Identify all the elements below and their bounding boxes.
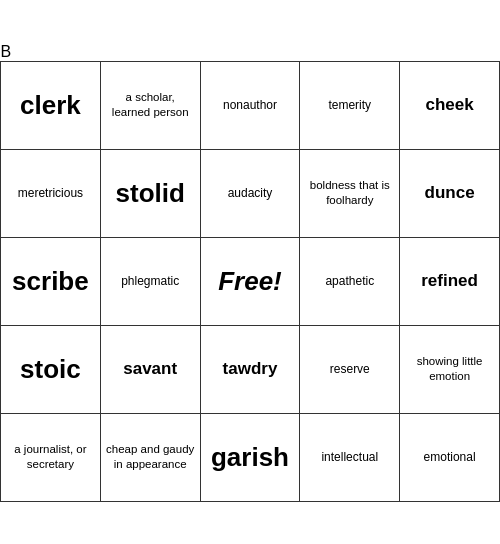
cell-r2-c0: scribe	[1, 237, 101, 325]
cell-r3-c2: tawdry	[200, 325, 300, 413]
cell-r2-c3: apathetic	[300, 237, 400, 325]
cell-r1-c2: audacity	[200, 149, 300, 237]
cell-r3-c1: savant	[100, 325, 200, 413]
cell-r3-c4: showing little emotion	[400, 325, 500, 413]
cell-r0-c2: nonauthor	[200, 61, 300, 149]
cell-r4-c3: intellectual	[300, 413, 400, 501]
table-row: clerka scholar, learned personnonauthort…	[1, 61, 500, 149]
cell-r1-c4: dunce	[400, 149, 500, 237]
cell-r1-c3: boldness that is foolhardy	[300, 149, 400, 237]
cell-r3-c0: stoic	[1, 325, 101, 413]
cell-r0-c3: temerity	[300, 61, 400, 149]
cell-r3-c3: reserve	[300, 325, 400, 413]
cell-r2-c1: phlegmatic	[100, 237, 200, 325]
table-row: a journalist, or secretarycheap and gaud…	[1, 413, 500, 501]
cell-r1-c1: stolid	[100, 149, 200, 237]
table-row: stoicsavanttawdryreserveshowing little e…	[1, 325, 500, 413]
cell-r0-c4: cheek	[400, 61, 500, 149]
cell-r0-c1: a scholar, learned person	[100, 61, 200, 149]
cell-r1-c0: meretricious	[1, 149, 101, 237]
cell-r4-c0: a journalist, or secretary	[1, 413, 101, 501]
cell-r2-c2: Free!	[200, 237, 300, 325]
table-row: meretriciousstolidaudacityboldness that …	[1, 149, 500, 237]
cell-r4-c1: cheap and gaudy in appearance	[100, 413, 200, 501]
table-row: scribephlegmaticFree!apatheticrefined	[1, 237, 500, 325]
cell-r2-c4: refined	[400, 237, 500, 325]
cell-r0-c0: clerk	[1, 61, 101, 149]
cell-r4-c2: garish	[200, 413, 300, 501]
bingo-grid: B clerka scholar, learned personnonautho…	[0, 43, 500, 502]
header-row: B	[1, 43, 500, 62]
cell-r4-c4: emotional	[400, 413, 500, 501]
